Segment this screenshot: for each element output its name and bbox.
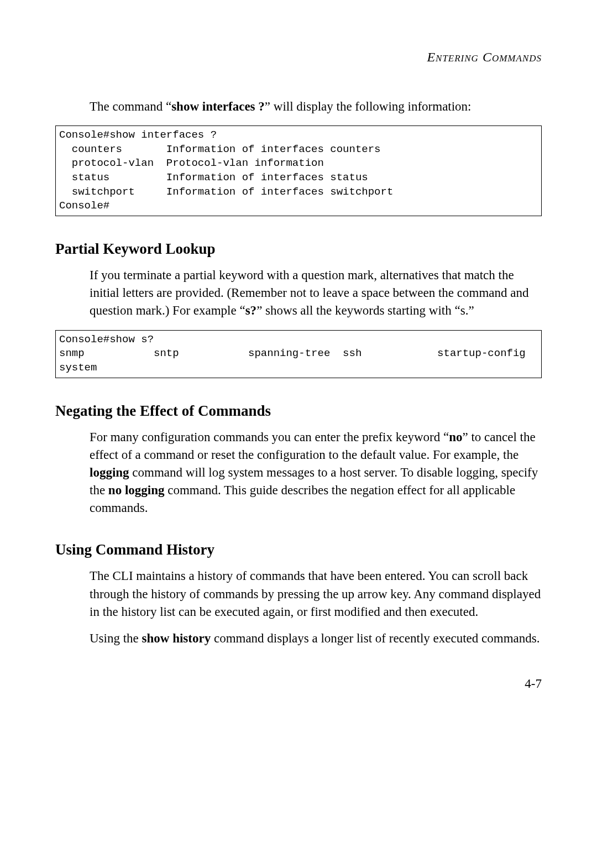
history-paragraph-1: The CLI maintains a history of commands …: [90, 567, 542, 621]
neg-text-a: For many configuration commands you can …: [90, 430, 449, 444]
page: Entering Commands The command “show inte…: [0, 0, 597, 868]
hist-show-history: show history: [142, 631, 211, 645]
heading-negating: Negating the Effect of Commands: [55, 402, 542, 420]
hist-text-a: Using the: [90, 631, 142, 645]
intro-paragraph: The command “show interfaces ?” will dis…: [90, 98, 542, 116]
intro-text-post: ” will display the following information…: [265, 100, 472, 113]
negating-paragraph: For many configuration commands you can …: [90, 428, 542, 517]
hist-text-c: command displays a longer list of recent…: [211, 631, 540, 645]
code-block-interfaces: Console#show interfaces ? counters Infor…: [55, 126, 542, 216]
history-paragraph-2: Using the show history command displays …: [90, 630, 542, 647]
neg-no-keyword: no: [449, 430, 462, 444]
running-header: Entering Commands: [55, 50, 542, 65]
partial-paragraph: If you terminate a partial keyword with …: [90, 266, 542, 320]
neg-logging: logging: [90, 466, 129, 479]
partial-example: s?: [245, 304, 256, 317]
intro-text-pre: The command “: [90, 100, 171, 113]
intro-command: show interfaces ?: [171, 100, 265, 113]
heading-partial-keyword: Partial Keyword Lookup: [55, 240, 542, 258]
heading-history: Using Command History: [55, 541, 542, 558]
neg-no-logging: no logging: [108, 483, 165, 497]
code-block-s-keywords: Console#show s? snmp sntp spanning-tree …: [55, 330, 542, 378]
page-number: 4-7: [525, 677, 542, 691]
partial-text-c: ” shows all the keywords starting with “…: [256, 304, 474, 317]
